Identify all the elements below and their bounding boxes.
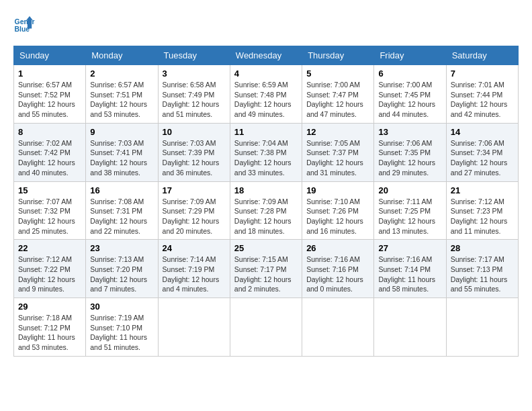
weekday-header-row: SundayMondayTuesdayWednesdayThursdayFrid… [14, 46, 519, 65]
day-info: Sunrise: 7:08 AMSunset: 7:31 PMDaylight:… [90, 197, 153, 236]
day-number: 21 [451, 185, 514, 195]
calendar-cell [230, 298, 302, 357]
day-number: 14 [451, 127, 514, 137]
day-info: Sunrise: 7:10 AMSunset: 7:26 PMDaylight:… [306, 197, 369, 236]
day-info: Sunrise: 6:59 AMSunset: 7:48 PMDaylight:… [234, 80, 298, 120]
calendar-week-3: 15Sunrise: 7:07 AMSunset: 7:32 PMDayligh… [14, 181, 519, 240]
day-info: Sunrise: 7:14 AMSunset: 7:19 PMDaylight:… [163, 255, 226, 294]
weekday-header-monday: Monday [86, 46, 158, 65]
day-info: Sunrise: 7:06 AMSunset: 7:35 PMDaylight:… [378, 138, 441, 178]
day-number: 12 [306, 127, 369, 137]
calendar-cell: 30Sunrise: 7:19 AMSunset: 7:10 PMDayligh… [86, 298, 158, 357]
calendar-cell: 25Sunrise: 7:15 AMSunset: 7:17 PMDayligh… [230, 240, 302, 298]
day-info: Sunrise: 7:07 AMSunset: 7:32 PMDaylight:… [18, 197, 81, 236]
calendar-cell: 27Sunrise: 7:16 AMSunset: 7:14 PMDayligh… [374, 240, 446, 298]
day-info: Sunrise: 7:13 AMSunset: 7:20 PMDaylight:… [90, 255, 153, 294]
calendar-cell: 10Sunrise: 7:03 AMSunset: 7:39 PMDayligh… [158, 123, 230, 181]
day-info: Sunrise: 7:05 AMSunset: 7:37 PMDaylight:… [306, 138, 369, 178]
day-number: 25 [234, 243, 298, 253]
day-info: Sunrise: 7:01 AMSunset: 7:44 PMDaylight:… [451, 80, 514, 120]
day-number: 17 [163, 185, 226, 195]
calendar-cell: 9Sunrise: 7:03 AMSunset: 7:41 PMDaylight… [86, 123, 158, 181]
calendar-cell [158, 298, 230, 357]
day-info: Sunrise: 7:18 AMSunset: 7:12 PMDaylight:… [18, 313, 81, 353]
day-info: Sunrise: 7:17 AMSunset: 7:13 PMDaylight:… [451, 255, 514, 294]
calendar-cell: 4Sunrise: 6:59 AMSunset: 7:48 PMDaylight… [230, 65, 302, 124]
calendar-cell: 19Sunrise: 7:10 AMSunset: 7:26 PMDayligh… [302, 181, 374, 240]
calendar-cell: 14Sunrise: 7:06 AMSunset: 7:34 PMDayligh… [446, 123, 518, 181]
day-number: 3 [163, 68, 226, 79]
day-info: Sunrise: 7:06 AMSunset: 7:34 PMDaylight:… [451, 138, 514, 178]
calendar-cell [302, 298, 374, 357]
calendar-cell: 23Sunrise: 7:13 AMSunset: 7:20 PMDayligh… [86, 240, 158, 298]
calendar-table: SundayMondayTuesdayWednesdayThursdayFrid… [13, 46, 519, 357]
day-info: Sunrise: 7:12 AMSunset: 7:22 PMDaylight:… [18, 255, 81, 294]
day-info: Sunrise: 6:58 AMSunset: 7:49 PMDaylight:… [163, 80, 226, 120]
page-header: General Blue [13, 13, 519, 35]
calendar-cell: 1Sunrise: 6:57 AMSunset: 7:52 PMDaylight… [14, 65, 86, 124]
logo-icon: General Blue [13, 13, 35, 35]
calendar-week-5: 29Sunrise: 7:18 AMSunset: 7:12 PMDayligh… [14, 298, 519, 357]
day-info: Sunrise: 6:57 AMSunset: 7:51 PMDaylight:… [90, 80, 153, 120]
calendar-cell: 16Sunrise: 7:08 AMSunset: 7:31 PMDayligh… [86, 181, 158, 240]
day-info: Sunrise: 7:16 AMSunset: 7:16 PMDaylight:… [306, 255, 369, 294]
calendar-cell: 11Sunrise: 7:04 AMSunset: 7:38 PMDayligh… [230, 123, 302, 181]
day-number: 26 [306, 243, 369, 253]
day-info: Sunrise: 7:03 AMSunset: 7:39 PMDaylight:… [163, 138, 226, 178]
day-number: 10 [163, 127, 226, 137]
day-number: 19 [306, 185, 369, 195]
weekday-header-thursday: Thursday [302, 46, 374, 65]
day-info: Sunrise: 7:03 AMSunset: 7:41 PMDaylight:… [90, 138, 153, 178]
weekday-header-tuesday: Tuesday [158, 46, 230, 65]
day-number: 18 [234, 185, 298, 195]
day-number: 11 [234, 127, 298, 137]
day-number: 6 [378, 68, 441, 79]
calendar-cell: 5Sunrise: 7:00 AMSunset: 7:47 PMDaylight… [302, 65, 374, 124]
day-number: 30 [90, 302, 153, 312]
day-number: 13 [378, 127, 441, 137]
calendar-cell: 17Sunrise: 7:09 AMSunset: 7:29 PMDayligh… [158, 181, 230, 240]
calendar-cell: 26Sunrise: 7:16 AMSunset: 7:16 PMDayligh… [302, 240, 374, 298]
day-info: Sunrise: 7:02 AMSunset: 7:42 PMDaylight:… [18, 138, 81, 178]
day-info: Sunrise: 7:16 AMSunset: 7:14 PMDaylight:… [378, 255, 441, 294]
calendar-cell: 3Sunrise: 6:58 AMSunset: 7:49 PMDaylight… [158, 65, 230, 124]
day-number: 7 [451, 68, 514, 79]
calendar-cell: 29Sunrise: 7:18 AMSunset: 7:12 PMDayligh… [14, 298, 86, 357]
day-number: 23 [90, 243, 153, 253]
calendar-cell: 7Sunrise: 7:01 AMSunset: 7:44 PMDaylight… [446, 65, 518, 124]
day-number: 5 [306, 68, 369, 79]
day-number: 22 [18, 243, 81, 253]
calendar-week-1: 1Sunrise: 6:57 AMSunset: 7:52 PMDaylight… [14, 65, 519, 124]
weekday-header-sunday: Sunday [14, 46, 86, 65]
day-number: 1 [18, 68, 81, 79]
day-number: 2 [90, 68, 153, 79]
calendar-cell: 24Sunrise: 7:14 AMSunset: 7:19 PMDayligh… [158, 240, 230, 298]
day-number: 27 [378, 243, 441, 253]
day-number: 15 [18, 185, 81, 195]
day-number: 28 [451, 243, 514, 253]
day-number: 8 [18, 127, 81, 137]
calendar-cell [446, 298, 518, 357]
calendar-body: 1Sunrise: 6:57 AMSunset: 7:52 PMDaylight… [14, 65, 519, 357]
day-info: Sunrise: 7:19 AMSunset: 7:10 PMDaylight:… [90, 313, 153, 353]
day-number: 9 [90, 127, 153, 137]
day-info: Sunrise: 7:11 AMSunset: 7:25 PMDaylight:… [378, 197, 441, 236]
calendar-cell: 12Sunrise: 7:05 AMSunset: 7:37 PMDayligh… [302, 123, 374, 181]
calendar-cell: 18Sunrise: 7:09 AMSunset: 7:28 PMDayligh… [230, 181, 302, 240]
day-info: Sunrise: 7:04 AMSunset: 7:38 PMDaylight:… [234, 138, 298, 178]
calendar-cell: 28Sunrise: 7:17 AMSunset: 7:13 PMDayligh… [446, 240, 518, 298]
calendar-cell: 22Sunrise: 7:12 AMSunset: 7:22 PMDayligh… [14, 240, 86, 298]
day-info: Sunrise: 6:57 AMSunset: 7:52 PMDaylight:… [18, 80, 81, 120]
calendar-cell [374, 298, 446, 357]
logo: General Blue [13, 13, 39, 35]
calendar-cell: 8Sunrise: 7:02 AMSunset: 7:42 PMDaylight… [14, 123, 86, 181]
day-info: Sunrise: 7:00 AMSunset: 7:47 PMDaylight:… [306, 80, 369, 120]
calendar-cell: 2Sunrise: 6:57 AMSunset: 7:51 PMDaylight… [86, 65, 158, 124]
day-info: Sunrise: 7:09 AMSunset: 7:28 PMDaylight:… [234, 197, 298, 236]
calendar-cell: 20Sunrise: 7:11 AMSunset: 7:25 PMDayligh… [374, 181, 446, 240]
day-number: 4 [234, 68, 298, 79]
day-info: Sunrise: 7:12 AMSunset: 7:23 PMDaylight:… [451, 197, 514, 236]
calendar-cell: 13Sunrise: 7:06 AMSunset: 7:35 PMDayligh… [374, 123, 446, 181]
calendar-cell: 15Sunrise: 7:07 AMSunset: 7:32 PMDayligh… [14, 181, 86, 240]
day-info: Sunrise: 7:00 AMSunset: 7:45 PMDaylight:… [378, 80, 441, 120]
